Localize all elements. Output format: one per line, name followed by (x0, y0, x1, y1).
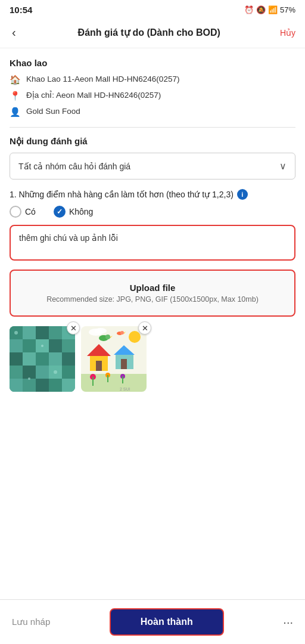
radio-co[interactable]: Có (10, 206, 36, 218)
upload-hint: Recommended size: JPG, PNG, GIF (1500x15… (20, 295, 285, 304)
svg-rect-26 (62, 379, 75, 392)
svg-rect-22 (10, 379, 23, 392)
radio-group: Có Không (10, 206, 295, 218)
image-thumb-2: 2 SUI ✕ (81, 326, 147, 392)
svg-rect-38 (121, 359, 127, 369)
svg-rect-11 (62, 339, 75, 352)
image-2-preview: 2 SUI (81, 326, 147, 392)
svg-point-39 (129, 331, 141, 343)
radio-co-label: Có (25, 207, 36, 216)
question-group-dropdown[interactable]: Tất cả nhóm câu hỏi đánh giá ∨ (10, 153, 295, 179)
svg-point-29 (54, 370, 57, 374)
svg-point-53 (95, 328, 107, 334)
complete-button[interactable]: Hoàn thành (110, 608, 224, 636)
info-text-1: Khao Lao 11-Aeon Mall HD-HN6246(0257) (26, 74, 179, 85)
svg-rect-5 (49, 326, 62, 339)
svg-point-50 (120, 331, 124, 335)
svg-rect-43 (107, 375, 108, 382)
chevron-down-icon: ∨ (279, 160, 287, 172)
khao-lao-title: Khao lao (10, 58, 295, 68)
svg-rect-18 (23, 366, 36, 379)
svg-rect-15 (49, 352, 62, 366)
svg-rect-41 (92, 377, 94, 386)
question-1-label: 1. Những điểm nhà hàng cần làm tốt hơn (… (10, 189, 295, 200)
svg-rect-17 (10, 366, 23, 379)
info-text-2: Địa chỉ: Aeon Mall HD-HN6246(0257) (26, 90, 161, 101)
svg-rect-23 (23, 379, 36, 392)
upload-title: Upload file (20, 283, 285, 293)
status-icons: ⏰ 🔕 📶 57% (244, 5, 295, 14)
svg-rect-13 (23, 352, 36, 366)
svg-point-30 (28, 377, 30, 380)
svg-rect-10 (49, 339, 62, 352)
radio-khong-label: Không (69, 207, 93, 216)
noidung-title: Nội dung đánh giá (10, 136, 295, 147)
status-bar: 10:54 ⏰ 🔕 📶 57% (0, 0, 305, 17)
status-time: 10:54 (10, 5, 32, 15)
mute-icon: 🔕 (256, 5, 266, 14)
image-1-preview (10, 326, 75, 392)
cancel-button[interactable]: Hủy (280, 28, 295, 38)
svg-rect-3 (23, 326, 36, 339)
svg-text:2 SUI: 2 SUI (120, 387, 130, 391)
radio-khong[interactable]: Không (54, 206, 93, 218)
upload-file-box[interactable]: Upload file Recommended size: JPG, PNG, … (10, 270, 295, 317)
bottom-bar: Lưu nháp Hoàn thành ··· (0, 599, 305, 644)
home-icon: 🏠 (10, 75, 21, 85)
svg-rect-16 (62, 352, 75, 366)
svg-rect-19 (36, 366, 49, 379)
wifi-icon: 📶 (268, 5, 278, 14)
info-text-3: Gold Sun Food (26, 106, 80, 117)
svg-rect-45 (122, 376, 123, 383)
radio-khong-circle[interactable] (54, 206, 66, 218)
khao-lao-section: Khao lao 🏠 Khao Lao 11-Aeon Mall HD-HN62… (10, 58, 295, 117)
info-icon: i (237, 189, 248, 200)
battery-text: 57% (280, 5, 295, 14)
svg-point-47 (105, 335, 110, 339)
svg-point-27 (14, 331, 18, 335)
comment-textarea[interactable] (10, 225, 295, 261)
svg-rect-35 (96, 361, 102, 371)
radio-co-circle[interactable] (10, 206, 21, 218)
svg-rect-24 (36, 379, 49, 392)
svg-rect-21 (62, 366, 75, 379)
save-draft-button[interactable]: Lưu nháp (12, 612, 50, 632)
question-1-block: 1. Những điểm nhà hàng cần làm tốt hơn (… (10, 189, 295, 392)
more-options-button[interactable]: ··· (283, 615, 293, 629)
svg-rect-4 (36, 326, 49, 339)
person-icon: 👤 (10, 107, 21, 117)
alarm-icon: ⏰ (244, 5, 254, 14)
svg-point-28 (41, 345, 43, 347)
section-divider (10, 127, 295, 128)
info-row-3: 👤 Gold Sun Food (10, 106, 295, 117)
back-button[interactable]: ‹ (10, 23, 18, 42)
info-row-2: 📍 Địa chỉ: Aeon Mall HD-HN6246(0257) (10, 90, 295, 101)
dropdown-label: Tất cả nhóm câu hỏi đánh giá (18, 162, 130, 171)
svg-rect-14 (36, 352, 49, 366)
location-icon: 📍 (10, 91, 21, 101)
noidung-section: Nội dung đánh giá Tất cả nhóm câu hỏi đá… (10, 136, 295, 392)
svg-rect-12 (10, 352, 23, 366)
header: ‹ Đánh giá tự do (Dành cho BOD) Hủy (0, 17, 305, 48)
svg-rect-25 (49, 379, 62, 392)
image-1-close-button[interactable]: ✕ (67, 321, 80, 335)
page-title: Đánh giá tự do (Dành cho BOD) (18, 27, 280, 38)
image-preview-row: ✕ (10, 326, 295, 392)
svg-rect-7 (10, 339, 23, 352)
info-row-1: 🏠 Khao Lao 11-Aeon Mall HD-HN6246(0257) (10, 74, 295, 85)
image-thumb-1: ✕ (10, 326, 75, 392)
image-2-close-button[interactable]: ✕ (138, 321, 151, 335)
main-content: Khao lao 🏠 Khao Lao 11-Aeon Mall HD-HN62… (0, 48, 305, 459)
svg-rect-8 (23, 339, 36, 352)
